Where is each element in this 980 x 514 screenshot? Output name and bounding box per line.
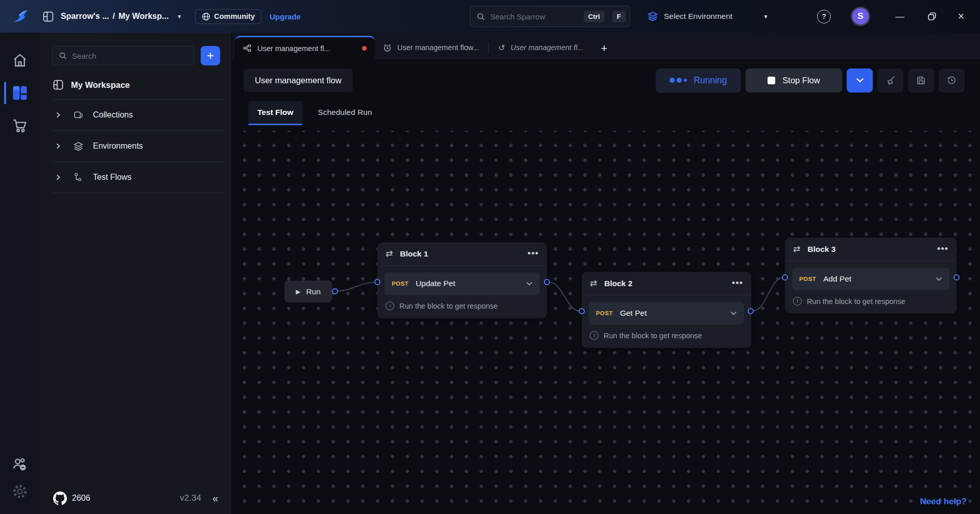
subtab-test-flow[interactable]: Test Flow	[248, 101, 302, 124]
block-menu-button[interactable]: •••	[937, 244, 948, 254]
breadcrumb-workspace[interactable]: My Worksp...	[118, 12, 169, 21]
block-title: Block 3	[807, 245, 930, 254]
rail-item-community[interactable]	[12, 457, 28, 472]
global-search[interactable]: Ctrl F	[470, 6, 630, 27]
chevron-down-icon	[730, 311, 737, 315]
community-button[interactable]: Community	[195, 9, 261, 24]
run-node-button[interactable]: ▶ Run	[284, 281, 332, 302]
search-icon	[476, 12, 485, 21]
tab-user-management-flow-1[interactable]: User management fl...	[235, 36, 375, 59]
connector-block3-out[interactable]	[953, 274, 960, 281]
search-icon	[59, 52, 67, 60]
tab-user-management-flow-2[interactable]: User management flow...	[375, 36, 487, 59]
broom-icon	[886, 75, 896, 85]
chevron-down-icon	[936, 277, 942, 281]
run-options-dropdown-button[interactable]	[847, 68, 873, 92]
panel-search[interactable]	[52, 46, 195, 65]
avatar-initial: S	[857, 11, 863, 21]
title-bar: Sparrow's ... / My Worksp... ▼ Community…	[0, 0, 980, 33]
workspace-header[interactable]: My Workspace	[40, 75, 231, 99]
block-hint: i Run the block to get response	[590, 331, 743, 340]
sidebar-item-test-flows[interactable]: Test Flows	[40, 162, 231, 193]
chevron-down-icon	[856, 78, 864, 83]
breadcrumb-separator: /	[113, 12, 115, 21]
connector-block3-in[interactable]	[782, 274, 788, 281]
save-button[interactable]	[908, 68, 934, 92]
request-selector[interactable]: POST Update Pet	[385, 272, 540, 295]
restore-button[interactable]	[922, 6, 942, 27]
block-menu-button[interactable]: •••	[732, 278, 743, 289]
running-dot-icon	[677, 78, 682, 83]
divider	[488, 42, 489, 54]
request-selector[interactable]: POST Get Pet	[589, 302, 744, 324]
hint-text: Run the block to get response	[399, 302, 498, 310]
workspace-caret-icon[interactable]: ▼	[177, 14, 182, 19]
connector-block2-in[interactable]	[579, 308, 585, 314]
stop-flow-label: Stop Flow	[782, 76, 820, 85]
request-name: Add Pet	[823, 274, 928, 284]
chevron-down-icon	[526, 282, 533, 286]
environment-caret-icon[interactable]: ▼	[763, 14, 768, 19]
user-avatar[interactable]: S	[851, 7, 870, 26]
close-button[interactable]: ×	[951, 6, 971, 27]
need-help-link[interactable]: Need help?	[920, 497, 967, 507]
new-tab-button[interactable]: +	[591, 42, 616, 55]
collapse-panel-button[interactable]: «	[212, 493, 218, 504]
github-link[interactable]	[53, 492, 67, 505]
flow-block-3[interactable]: ⇄ Block 3 ••• POST Add Pet i Run the blo…	[785, 238, 957, 314]
workspace-panel: + My Workspace Collections	[40, 33, 232, 514]
help-button[interactable]: ?	[817, 10, 831, 24]
subtab-scheduled-run[interactable]: Scheduled Run	[308, 101, 381, 124]
chevron-right-icon[interactable]	[55, 174, 61, 180]
restore-icon	[927, 12, 937, 21]
chevron-right-icon[interactable]	[55, 143, 61, 149]
upgrade-link[interactable]: Upgrade	[270, 12, 301, 21]
environment-selector[interactable]: Select Environment ▼	[648, 11, 768, 21]
rail-item-workspace[interactable]	[0, 77, 40, 109]
sparrow-logo[interactable]	[0, 9, 40, 24]
flow-block-2[interactable]: ⇄ Block 2 ••• POST Get Pet i Run the blo…	[582, 272, 751, 348]
running-dot-icon	[670, 78, 675, 83]
panel-search-input[interactable]	[72, 52, 188, 60]
chevron-right-icon[interactable]	[55, 112, 61, 118]
connector-block1-in[interactable]	[374, 279, 380, 285]
connector-block1-out[interactable]	[544, 279, 550, 285]
breadcrumb-team[interactable]: Sparrow's ...	[61, 12, 109, 21]
flow-block-1[interactable]: ⇄ Block 1 ••• POST Update Pet i Run the …	[377, 242, 547, 318]
stop-flow-button[interactable]: Stop Flow	[746, 68, 842, 92]
alarm-clock-icon	[383, 43, 392, 52]
rail-item-home[interactable]	[0, 44, 40, 77]
help-glyph: ?	[822, 12, 826, 20]
workspace-grid-icon	[53, 80, 63, 90]
add-new-button[interactable]: +	[201, 46, 220, 65]
app-version: v2.34	[180, 493, 201, 503]
sidebar-item-collections[interactable]: Collections	[40, 100, 231, 130]
rail-item-settings[interactable]	[12, 483, 28, 500]
minimize-button[interactable]: —	[890, 6, 910, 27]
method-badge: POST	[596, 310, 613, 316]
swap-icon: ⇄	[793, 244, 800, 254]
save-icon	[916, 76, 926, 85]
global-search-input[interactable]	[490, 12, 579, 21]
connector-block2-out[interactable]	[748, 308, 754, 314]
history-icon: ↺	[498, 43, 505, 53]
running-dot-icon	[684, 79, 687, 82]
tab-label: User management fl...	[511, 43, 584, 52]
connector-run-out[interactable]	[332, 288, 338, 294]
flow-icon	[243, 44, 252, 52]
block-menu-button[interactable]: •••	[528, 248, 539, 259]
github-star-count: 2606	[72, 494, 90, 503]
info-icon: i	[590, 331, 599, 340]
stop-icon	[768, 77, 775, 84]
tab-label: User management flow...	[397, 43, 479, 52]
clear-canvas-button[interactable]	[877, 68, 903, 92]
tab-bar: User management fl... User management fl…	[232, 33, 980, 59]
flow-canvas[interactable]: ▶ Run ⇄ Block 1 ••• POST Update Pet	[232, 131, 980, 514]
request-selector[interactable]: POST Add Pet	[792, 268, 949, 290]
history-button[interactable]	[939, 68, 965, 92]
tab-user-management-flow-3[interactable]: ↺ User management fl...	[490, 36, 591, 59]
flow-name-field[interactable]: User management flow	[244, 68, 353, 92]
home-icon	[12, 53, 28, 68]
sidebar-item-environments[interactable]: Environments	[40, 131, 231, 161]
rail-item-marketplace[interactable]	[0, 109, 40, 142]
